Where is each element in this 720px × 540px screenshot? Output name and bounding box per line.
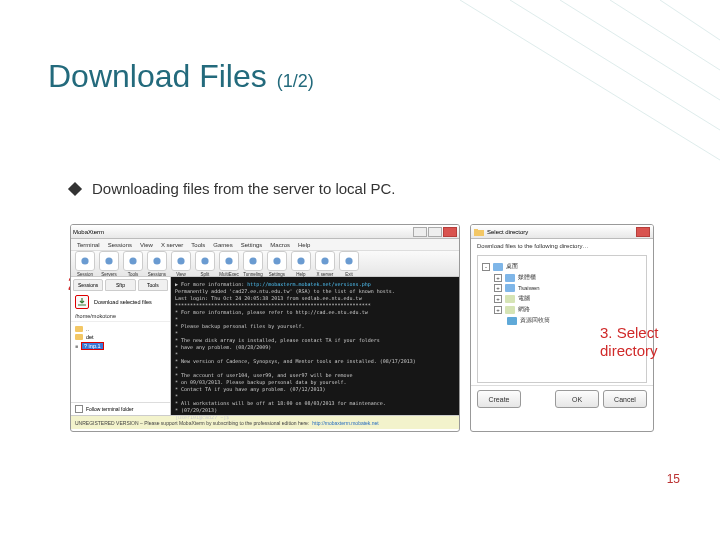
dialog-prompt: Download files to the following director… xyxy=(471,239,653,253)
terminal-line: * xyxy=(175,393,455,400)
close-icon[interactable] xyxy=(443,227,457,237)
terminal-line: * The new disk array is installed, pleas… xyxy=(175,337,455,344)
dialog-title: Select directory xyxy=(487,229,528,235)
svg-point-5 xyxy=(81,257,88,264)
directory-tree[interactable]: -桌面+媒體櫃+Tsaiwen+電腦+網路資源回收筒 xyxy=(477,255,647,383)
toolbar-multiexec[interactable] xyxy=(219,251,239,271)
menu-settings[interactable]: Settings xyxy=(241,242,263,248)
minimize-icon[interactable] xyxy=(413,227,427,237)
tree-item[interactable]: +Tsaiwen xyxy=(482,284,642,292)
mobaxterm-window: MobaXterm TerminalSessionsViewX serverTo… xyxy=(70,224,460,432)
bullet-text: Downloading files from the server to loc… xyxy=(92,180,395,197)
toolbar-servers[interactable] xyxy=(99,251,119,271)
sftp-path: /home/mokotone xyxy=(71,311,170,322)
terminal-line: * New version of Cadence, Synopsys, and … xyxy=(175,358,455,365)
tree-item[interactable]: -桌面 xyxy=(482,262,642,271)
menu-bar[interactable]: TerminalSessionsViewX serverToolsGamesSe… xyxy=(71,239,459,251)
svg-line-2 xyxy=(560,0,720,100)
toolbar[interactable]: SessionServersToolsSessionsViewSplitMult… xyxy=(71,251,459,277)
terminal-line: ****************************************… xyxy=(175,302,455,309)
download-label: Download selected files xyxy=(94,299,152,305)
create-button[interactable]: Create xyxy=(477,390,521,408)
dialog-close-icon[interactable] xyxy=(636,227,650,237)
toolbar-x-server[interactable] xyxy=(315,251,335,271)
slide-title: Download Files xyxy=(48,58,267,95)
file-item[interactable]: .. xyxy=(75,326,166,332)
svg-line-0 xyxy=(460,0,720,160)
svg-point-6 xyxy=(105,257,112,264)
follow-checkbox[interactable] xyxy=(75,405,83,413)
callout-select-directory: 3. Select directory xyxy=(600,324,680,360)
menu-help[interactable]: Help xyxy=(298,242,310,248)
toolbar-help[interactable] xyxy=(291,251,311,271)
menu-sessions[interactable]: Sessions xyxy=(108,242,132,248)
cancel-button[interactable]: Cancel xyxy=(603,390,647,408)
svg-point-10 xyxy=(201,257,208,264)
svg-point-12 xyxy=(249,257,256,264)
toolbar-settings[interactable] xyxy=(267,251,287,271)
menu-macros[interactable]: Macros xyxy=(270,242,290,248)
toolbar-exit[interactable] xyxy=(339,251,359,271)
terminal-line: * have any problem. (08/28/2009) xyxy=(175,344,455,351)
svg-point-7 xyxy=(129,257,136,264)
svg-line-4 xyxy=(660,0,720,40)
terminal-line: Permanently added 'cad27.ee.ntu.edu.tw' … xyxy=(175,288,455,295)
menu-x-server[interactable]: X server xyxy=(161,242,183,248)
file-item[interactable]: ■? inp.1 xyxy=(75,342,166,350)
terminal[interactable]: ▶ For more information: http://mobaxterm… xyxy=(171,277,459,415)
menu-view[interactable]: View xyxy=(140,242,153,248)
sidebar-tab-sessions[interactable]: Sessions xyxy=(73,279,103,291)
bullet-icon xyxy=(68,181,82,195)
terminal-line: * xyxy=(175,330,455,337)
toolbar-sessions[interactable] xyxy=(147,251,167,271)
menu-tools[interactable]: Tools xyxy=(191,242,205,248)
maximize-icon[interactable] xyxy=(428,227,442,237)
app-title: MobaXterm xyxy=(73,229,104,235)
svg-point-11 xyxy=(225,257,232,264)
tree-item[interactable]: +媒體櫃 xyxy=(482,273,642,282)
terminal-line: * (07/29/2013) xyxy=(175,407,455,414)
terminal-line: ▶ For more information: http://mobaxterm… xyxy=(175,281,455,288)
tree-item[interactable]: +網路 xyxy=(482,305,642,314)
folder-icon xyxy=(474,227,484,237)
svg-rect-18 xyxy=(474,229,478,231)
svg-point-13 xyxy=(273,257,280,264)
sftp-sidebar: SessionsSftpTools Download selected file… xyxy=(71,277,171,415)
sidebar-tab-tools[interactable]: Tools xyxy=(138,279,168,291)
follow-label: Follow terminal folder xyxy=(86,406,134,412)
svg-line-3 xyxy=(610,0,720,70)
terminal-line: * on 09/03/2013. Please backup personal … xyxy=(175,379,455,386)
toolbar-split[interactable] xyxy=(195,251,215,271)
terminal-line: * xyxy=(175,316,455,323)
terminal-line: * All workstations will be off at 18:00 … xyxy=(175,400,455,407)
terminal-line: * xyxy=(175,365,455,372)
window-controls[interactable] xyxy=(413,227,457,237)
download-button[interactable] xyxy=(75,295,89,309)
terminal-line: [user101@cad27 ~]$ _ xyxy=(175,414,455,421)
terminal-line: * xyxy=(175,351,455,358)
slide-step: (1/2) xyxy=(277,71,314,92)
menu-terminal[interactable]: Terminal xyxy=(77,242,100,248)
terminal-line: Last login: Thu Oct 24 20:05:38 2013 fro… xyxy=(175,295,455,302)
file-list[interactable]: ..det■? inp.1 xyxy=(71,322,170,402)
toolbar-tunneling[interactable] xyxy=(243,251,263,271)
svg-point-15 xyxy=(321,257,328,264)
svg-point-14 xyxy=(297,257,304,264)
terminal-line: * For more information, please refer to … xyxy=(175,309,455,316)
svg-line-1 xyxy=(510,0,720,130)
svg-point-8 xyxy=(153,257,160,264)
terminal-line: * Contact TA if you have any problem. (0… xyxy=(175,386,455,393)
sidebar-tab-sftp[interactable]: Sftp xyxy=(105,279,135,291)
svg-point-9 xyxy=(177,257,184,264)
svg-point-16 xyxy=(345,257,352,264)
slide-number: 15 xyxy=(667,472,680,486)
terminal-line: * The account of user104, user99, and us… xyxy=(175,372,455,379)
file-item[interactable]: det xyxy=(75,334,166,340)
tree-item[interactable]: +電腦 xyxy=(482,294,642,303)
toolbar-tools[interactable] xyxy=(123,251,143,271)
terminal-line: * Please backup personal files by yourse… xyxy=(175,323,455,330)
ok-button[interactable]: OK xyxy=(555,390,599,408)
toolbar-view[interactable] xyxy=(171,251,191,271)
menu-games[interactable]: Games xyxy=(213,242,232,248)
toolbar-session[interactable] xyxy=(75,251,95,271)
